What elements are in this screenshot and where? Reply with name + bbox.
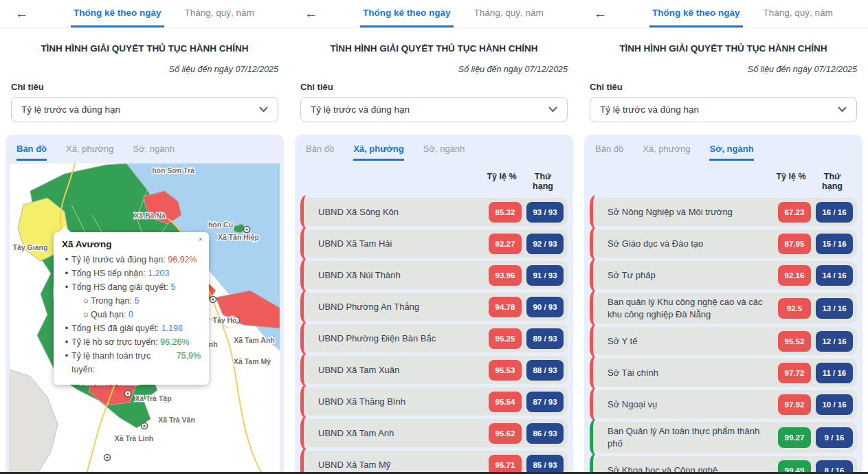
commune-section: Bản đồ Xã, phường Sở, ngành Tỷ lệ % Thứ … bbox=[295, 135, 573, 474]
map-label: Xã Tam Mỹ bbox=[234, 357, 271, 365]
list-item[interactable]: UBND Xã Tam Mỹ95.7185 / 93 bbox=[303, 451, 568, 474]
rank-badge: 93 / 93 bbox=[526, 202, 564, 223]
map-label: hòn Sơn Trà bbox=[152, 166, 194, 174]
org-name: UBND Phường Điện Bàn Bắc bbox=[318, 332, 436, 345]
rank-badge: 16 / 16 bbox=[816, 202, 853, 223]
row-accent bbox=[300, 448, 313, 474]
back-arrow-icon[interactable]: ← bbox=[594, 0, 607, 27]
row-accent bbox=[590, 453, 602, 474]
rate-badge: 95.53 bbox=[489, 360, 522, 381]
back-arrow-icon[interactable]: ← bbox=[304, 0, 318, 27]
panel-map: ← Thống kê theo ngày Tháng, quý, năm TÌN… bbox=[0, 0, 289, 474]
org-name: Sở Tài chính bbox=[608, 367, 658, 379]
department-section: Bản đồ Xã, phường Sở, ngành Tỷ lệ % Thứ … bbox=[584, 135, 863, 474]
department-list: Sở Nông Nghiệp và Môi trường67.2316 / 16… bbox=[584, 198, 863, 474]
top-tabs: Thống kê theo ngày Tháng, quý, năm bbox=[71, 0, 257, 27]
view-subtabs: Bản đồ Xã, phường Sở, ngành bbox=[5, 135, 284, 161]
dashboard: ← Thống kê theo ngày Tháng, quý, năm TÌN… bbox=[0, 0, 868, 474]
view-subtabs: Bản đồ Xã, phường Sở, ngành bbox=[295, 135, 573, 161]
row-accent bbox=[590, 227, 602, 260]
subtab-department[interactable]: Sở, ngành bbox=[709, 144, 753, 161]
list-item[interactable]: Sở Tư pháp92.1614 / 16 bbox=[592, 261, 857, 289]
list-item[interactable]: Sở Y tế95.5212 / 16 bbox=[592, 327, 857, 355]
list-item[interactable]: Ban Quản lý An toàn thực phẩm thành phố9… bbox=[592, 422, 857, 453]
list-item[interactable]: Sở Tài chính97.7211 / 16 bbox=[592, 359, 857, 387]
list-item[interactable]: UBND Phường Điện Bàn Bắc95.2589 / 93 bbox=[303, 324, 568, 352]
close-icon[interactable]: × bbox=[199, 236, 203, 243]
org-name: Sở Giáo dục và Đào tạo bbox=[608, 238, 703, 250]
tab-month-quarter-year[interactable]: Tháng, quý, năm bbox=[471, 0, 546, 27]
row-accent bbox=[590, 324, 602, 358]
org-name: UBND Xã Tam Xuân bbox=[318, 364, 399, 376]
list-item[interactable]: UBND Xã Tam Hải92.2792 / 93 bbox=[303, 229, 568, 258]
tab-daily-statistics[interactable]: Thống kê theo ngày bbox=[649, 0, 743, 27]
page-title: TÌNH HÌNH GIẢI QUYẾT THỦ TỤC HÀNH CHÍNH bbox=[0, 43, 289, 54]
top-tab-bar: ← Thống kê theo ngày Tháng, quý, năm bbox=[579, 0, 868, 28]
province-map[interactable]: hòn Sơn TràXã Bà Nàhòn CụXã Tân HiệpTây … bbox=[10, 163, 280, 474]
commune-list: UBND Xã Sông Kôn85.3293 / 93UBND Xã Tam … bbox=[295, 198, 573, 474]
rate-badge: 85.32 bbox=[489, 202, 522, 223]
rank-badge: 85 / 93 bbox=[526, 455, 564, 474]
criteria-select[interactable]: Tỷ lệ trước và đúng hạn bbox=[11, 97, 278, 122]
org-name: Sở Nông Nghiệp và Môi trường bbox=[608, 206, 733, 218]
subtab-commune[interactable]: Xã, phường bbox=[353, 144, 404, 161]
map-region-other-province bbox=[10, 370, 58, 474]
list-item[interactable]: Sở Giáo dục và Đào tạo87.9515 / 16 bbox=[592, 229, 857, 258]
tab-daily-statistics[interactable]: Thống kê theo ngày bbox=[360, 0, 454, 27]
subtab-map[interactable]: Bản đồ bbox=[306, 144, 334, 161]
top-tabs: Thống kê theo ngày Tháng, quý, năm bbox=[360, 0, 546, 27]
chevron-down-icon bbox=[259, 106, 268, 113]
subtab-map[interactable]: Bản đồ bbox=[16, 144, 47, 161]
list-item[interactable]: UBND Xã Tam Anh95.6286 / 93 bbox=[303, 419, 568, 447]
rank-badge: 89 / 93 bbox=[526, 328, 564, 349]
rank-badge: 92 / 93 bbox=[526, 234, 564, 254]
rank-badge: 9 / 16 bbox=[816, 427, 853, 448]
row-accent bbox=[590, 387, 602, 421]
list-item[interactable]: UBND Xã Núi Thành93.9691 / 93 bbox=[303, 261, 568, 289]
tab-daily-statistics[interactable]: Thống kê theo ngày bbox=[71, 0, 164, 27]
subtab-commune[interactable]: Xã, phường bbox=[643, 144, 690, 161]
list-item[interactable]: Ban quản lý Khu công nghệ cao và các khu… bbox=[592, 293, 857, 324]
org-name: UBND Xã Thăng Bình bbox=[318, 396, 405, 408]
list-item[interactable]: UBND Xã Sông Kôn85.3293 / 93 bbox=[303, 198, 568, 226]
rate-column-header: Tỷ lệ % bbox=[774, 172, 808, 191]
map-tooltip: × Xã Avương •Tỷ lệ trước và đúng hạn: 96… bbox=[54, 232, 209, 385]
criteria-select[interactable]: Tỷ lệ trước và đúng hạn bbox=[590, 97, 857, 122]
subtab-department[interactable]: Sở, ngành bbox=[133, 144, 175, 161]
tooltip-stat: •Tỷ lệ hồ sơ trực tuyến: 96,26% bbox=[62, 335, 201, 349]
org-name: UBND Xã Tam Hải bbox=[318, 238, 392, 250]
row-accent bbox=[300, 227, 313, 260]
subtab-department[interactable]: Sở, ngành bbox=[423, 144, 465, 161]
map-label: Xã Bà Nà bbox=[134, 212, 166, 220]
rank-badge: 91 / 93 bbox=[526, 265, 564, 286]
row-accent bbox=[300, 416, 313, 450]
list-item[interactable]: UBND Phường An Thắng94.7890 / 93 bbox=[303, 293, 568, 321]
rank-badge: 13 / 16 bbox=[816, 298, 853, 319]
criteria-label: Chỉ tiêu bbox=[579, 82, 868, 92]
top-tab-bar: ← Thống kê theo ngày Tháng, quý, năm bbox=[289, 0, 579, 28]
row-accent bbox=[300, 195, 313, 229]
subtab-map[interactable]: Bản đồ bbox=[595, 144, 623, 161]
list-item[interactable]: Sở Nông Nghiệp và Môi trường67.2316 / 16 bbox=[592, 198, 857, 226]
tab-month-quarter-year[interactable]: Tháng, quý, năm bbox=[761, 0, 836, 27]
org-name: UBND Xã Tam Mỹ bbox=[318, 459, 390, 471]
subtab-commune[interactable]: Xã, phường bbox=[66, 144, 113, 161]
list-item[interactable]: Sở Ngoại vụ97.9210 / 16 bbox=[592, 390, 857, 418]
row-accent bbox=[590, 290, 602, 326]
rank-badge: 14 / 16 bbox=[816, 265, 853, 286]
map-label: hòn Cụ bbox=[208, 221, 233, 229]
list-item[interactable]: UBND Xã Tam Xuân95.5388 / 93 bbox=[303, 356, 568, 384]
row-accent bbox=[300, 385, 313, 418]
org-name: UBND Xã Núi Thành bbox=[318, 269, 401, 282]
criteria-selected-value: Tỷ lệ trước và đúng hạn bbox=[311, 104, 410, 115]
rank-badge: 15 / 16 bbox=[816, 234, 853, 254]
rate-badge: 94.78 bbox=[489, 297, 522, 317]
back-arrow-icon[interactable]: ← bbox=[15, 0, 28, 27]
org-name: UBND Phường An Thắng bbox=[318, 301, 419, 313]
map-label: Xã Trà Vân bbox=[158, 416, 195, 424]
criteria-selected-value: Tỷ lệ trước và đúng hạn bbox=[600, 104, 699, 115]
top-tabs: Thống kê theo ngày Tháng, quý, năm bbox=[649, 0, 836, 27]
criteria-select[interactable]: Tỷ lệ trước và đúng hạn bbox=[300, 97, 568, 122]
tab-month-quarter-year[interactable]: Tháng, quý, năm bbox=[182, 0, 257, 27]
list-item[interactable]: UBND Xã Thăng Bình95.5487 / 93 bbox=[303, 387, 568, 416]
